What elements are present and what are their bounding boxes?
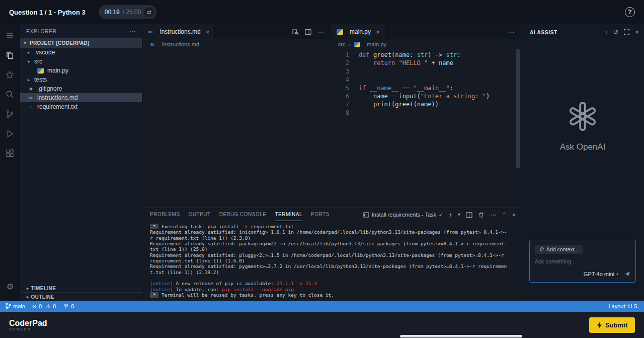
breadcrumb-item[interactable]: instructions.md bbox=[162, 41, 199, 47]
error-count: 0 bbox=[39, 303, 42, 309]
submit-button[interactable]: Submit bbox=[589, 317, 635, 333]
git-branch-item[interactable]: main bbox=[5, 303, 25, 310]
tab-debug-console[interactable]: DEBUG CONSOLE bbox=[219, 208, 267, 221]
editor-content-main-py[interactable]: 1def greet(name: str) -> str:2 return "H… bbox=[331, 49, 521, 208]
add-context-label: Add context... bbox=[546, 246, 579, 252]
chevron-down-icon: ▾ bbox=[616, 272, 618, 277]
git-branch-icon bbox=[5, 303, 11, 310]
search-icon[interactable] bbox=[0, 85, 20, 104]
extensions-icon[interactable] bbox=[0, 144, 20, 163]
help-icon[interactable]: ? bbox=[625, 7, 635, 17]
editor-scrollbar[interactable] bbox=[516, 49, 520, 168]
outline-section[interactable]: ▸ OUTLINE bbox=[20, 292, 142, 301]
lightning-icon bbox=[597, 322, 602, 328]
terminal-task-item[interactable]: Install requirements - Task ✓ bbox=[363, 212, 443, 218]
kill-terminal-icon[interactable] bbox=[478, 212, 485, 218]
breadcrumb[interactable]: M↓ instructions.md bbox=[142, 39, 331, 49]
panel-header: PROBLEMS OUTPUT DEBUG CONSOLE TERMINAL P… bbox=[142, 208, 521, 221]
problems-item[interactable]: ⊘ 0 ⚠ 0 bbox=[32, 303, 56, 310]
breadcrumb-separator-icon: › bbox=[349, 41, 351, 47]
split-editor-icon[interactable] bbox=[305, 29, 311, 35]
close-ai-panel-icon[interactable]: × bbox=[635, 29, 639, 35]
code-line-4[interactable]: 4 bbox=[331, 76, 521, 84]
open-preview-icon[interactable] bbox=[292, 29, 299, 35]
close-tab-icon[interactable]: × bbox=[376, 28, 380, 36]
ai-prompt-box[interactable]: Add context... Ask something... GPT-4o m… bbox=[529, 240, 636, 283]
tree-item-tests[interactable]: ▸tests bbox=[20, 75, 142, 84]
close-panel-icon[interactable]: × bbox=[512, 212, 516, 218]
timer-swap-icon[interactable]: ⇄ bbox=[144, 7, 154, 17]
project-root-row[interactable]: ▾ PROJECT [CODERPAD] bbox=[20, 38, 142, 48]
code-line-3[interactable]: 3 bbox=[331, 67, 521, 76]
timer-pill[interactable]: 00:19 / 25:00 ⇄ bbox=[99, 5, 157, 19]
explorer-title: EXPLORER bbox=[26, 29, 57, 34]
source-control-icon[interactable] bbox=[0, 104, 20, 124]
activity-bar: ⚙ bbox=[0, 24, 20, 301]
horizontal-scrollbar[interactable] bbox=[400, 335, 522, 337]
more-actions-icon[interactable]: ⋯ bbox=[508, 28, 515, 35]
code-line-2[interactable]: 2 return "HELLO " + name bbox=[331, 59, 521, 67]
tab-terminal[interactable]: TERMINAL bbox=[275, 208, 302, 221]
warnings-icon: ⚠ bbox=[46, 303, 51, 310]
tree-item-main-py[interactable]: main.py bbox=[20, 66, 142, 75]
file-label: main.py bbox=[47, 67, 68, 74]
terminal-line: [notice] A new release of pip is availab… bbox=[150, 281, 521, 286]
tab-problems[interactable]: PROBLEMS bbox=[150, 208, 180, 221]
terminal-output[interactable]: * Executing task: pip install -r require… bbox=[142, 221, 521, 301]
terminal-line: txt (line 1)) (25.0) bbox=[150, 246, 521, 252]
bookmarks-star-icon[interactable] bbox=[0, 65, 20, 85]
ask-openai-label: Ask OpenAI bbox=[521, 142, 644, 152]
tree-item-requirement-txt[interactable]: ≡requirement.txt bbox=[20, 102, 142, 111]
code-line-1[interactable]: 1def greet(name: str) -> str: bbox=[331, 51, 521, 59]
terminal-dropdown-icon[interactable]: ▾ bbox=[458, 212, 460, 217]
explorer-icon[interactable] bbox=[0, 45, 20, 65]
tree-item--gitignore[interactable]: ◆.gitignore bbox=[20, 84, 142, 93]
code-line-5[interactable]: 5if __name__ == "__main__": bbox=[331, 84, 521, 92]
errors-icon: ⊘ bbox=[32, 303, 37, 310]
add-context-chip[interactable]: Add context... bbox=[535, 245, 583, 254]
tab-ports[interactable]: PORTS bbox=[311, 208, 330, 221]
file-label: requirement.txt bbox=[37, 103, 77, 110]
settings-gear-icon[interactable]: ⚙ bbox=[0, 277, 20, 297]
menu-icon[interactable] bbox=[0, 26, 20, 45]
question-title: Question 1 / 1 - Python 3 bbox=[9, 9, 86, 16]
terminal-line: Requirement already satisfied: packaging… bbox=[150, 241, 521, 246]
ports-item[interactable]: 0 bbox=[63, 303, 74, 309]
keyboard-layout-item[interactable]: Layout: U.S. bbox=[608, 303, 639, 309]
markdown-file-icon: M↓ bbox=[28, 95, 34, 101]
line-number: 1 bbox=[331, 51, 349, 59]
close-tab-icon[interactable]: × bbox=[206, 28, 210, 36]
breadcrumb[interactable]: src › main.py bbox=[331, 39, 521, 49]
tab-main-py[interactable]: main.py × bbox=[331, 24, 385, 39]
code-line-8[interactable]: 8 bbox=[331, 109, 521, 117]
code-line-7[interactable]: 7 print(greet(name)) bbox=[331, 100, 521, 108]
model-selector[interactable]: GPT-4o mini ▾ bbox=[584, 271, 618, 277]
maximize-panel-icon[interactable]: ⌃ bbox=[502, 212, 506, 217]
breadcrumb-item[interactable]: main.py bbox=[367, 41, 386, 47]
editor-content-instructions[interactable] bbox=[142, 49, 331, 208]
send-icon[interactable] bbox=[624, 271, 630, 277]
expand-panel-icon[interactable] bbox=[623, 29, 630, 35]
tab-output[interactable]: OUTPUT bbox=[189, 208, 211, 221]
tab-instructions-md[interactable]: M↓ instructions.md × bbox=[142, 24, 215, 39]
timeline-section[interactable]: ▸ TIMELINE bbox=[20, 284, 142, 292]
tree-item--vscode[interactable]: ▸.vscode bbox=[20, 48, 142, 57]
tree-item-instructions-md[interactable]: M↓instructions.md bbox=[20, 93, 142, 102]
terminal-line: * Terminal will be reused by tasks, pres… bbox=[150, 292, 521, 298]
breadcrumb-item[interactable]: src bbox=[338, 41, 346, 47]
tree-item-src[interactable]: ▾src bbox=[20, 57, 142, 66]
ai-prompt-input[interactable]: Ask something... bbox=[535, 258, 630, 264]
new-chat-icon[interactable]: + bbox=[604, 29, 608, 35]
history-icon[interactable]: ↺ bbox=[613, 29, 619, 35]
more-actions-icon[interactable]: ⋯ bbox=[317, 28, 325, 35]
run-debug-icon[interactable] bbox=[0, 124, 20, 144]
tab-ai-assist[interactable]: AI ASSIST bbox=[529, 26, 558, 38]
panel-more-icon[interactable]: ⋯ bbox=[490, 212, 497, 218]
code-line-6[interactable]: 6 name = input("Enter a string: ") bbox=[331, 92, 521, 100]
terminal-line: t.txt (line 1)) (2.19.2) bbox=[150, 269, 521, 275]
explorer-more-icon[interactable]: ⋯ bbox=[129, 28, 136, 35]
split-terminal-icon[interactable] bbox=[466, 212, 472, 218]
timer-total: / 25:00 bbox=[123, 9, 141, 16]
footer-bar: CoderPad SCREEN Submit bbox=[0, 312, 644, 338]
new-terminal-icon[interactable]: + bbox=[448, 212, 452, 218]
